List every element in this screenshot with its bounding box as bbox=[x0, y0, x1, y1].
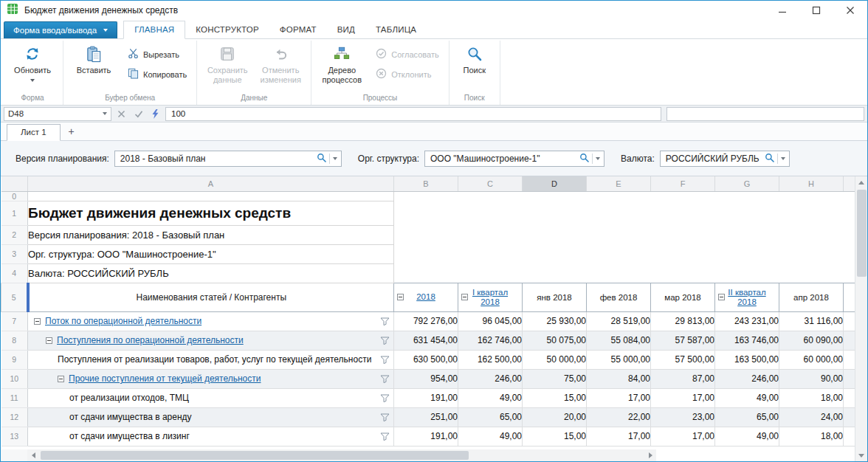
filter-funnel-icon[interactable] bbox=[380, 413, 390, 421]
undo-changes-button[interactable]: Отменить изменения bbox=[254, 41, 307, 89]
period-link[interactable]: 2018 bbox=[416, 292, 435, 302]
column-header-B[interactable]: B bbox=[394, 176, 458, 191]
value-cell-9-B[interactable]: 630 500,00 bbox=[394, 350, 458, 369]
confirm-entry-icon[interactable] bbox=[131, 107, 145, 121]
cell-A3[interactable]: Орг. структура: ООО "Машиностроение-1" bbox=[28, 244, 394, 263]
collapse-icon[interactable] bbox=[397, 294, 404, 300]
value-cell-8-D[interactable]: 50 075,00 bbox=[523, 331, 587, 350]
value-cell-12-E[interactable]: 22,00 bbox=[587, 407, 651, 427]
value-cell-12-G[interactable]: 65,00 bbox=[715, 407, 779, 427]
value-cell-9-F[interactable]: 57 500,00 bbox=[651, 350, 715, 369]
filter-funnel-icon[interactable] bbox=[380, 337, 390, 345]
collapse-icon[interactable] bbox=[58, 376, 64, 382]
filter-funnel-icon[interactable] bbox=[380, 356, 390, 364]
value-cell-10-G[interactable]: 246,00 bbox=[715, 369, 779, 388]
value-cell-7-H[interactable]: 31 116,00 bbox=[779, 311, 844, 331]
select-all-corner[interactable] bbox=[1, 176, 28, 191]
period-header-3[interactable]: фев 2018 bbox=[587, 283, 651, 311]
row-number-1[interactable]: 1 bbox=[1, 201, 28, 225]
add-sheet-button[interactable]: + bbox=[62, 124, 81, 140]
cell-A2[interactable]: Версия планирования: 2018 - Базовый план bbox=[28, 225, 394, 244]
period-header-2[interactable]: янв 2018 bbox=[523, 283, 587, 311]
version-plan-field[interactable]: 2018 - Базовый план bbox=[114, 151, 342, 167]
reject-button[interactable]: Отклонить bbox=[371, 67, 443, 83]
value-cell-12-H[interactable]: 24,00 bbox=[779, 407, 844, 427]
value-cell-11-C[interactable]: 49,00 bbox=[458, 388, 523, 407]
org-structure-field[interactable]: ООО "Машиностроение-1" bbox=[424, 151, 604, 167]
chevron-down-icon[interactable] bbox=[781, 157, 785, 160]
value-cell-10-B[interactable]: 954,00 bbox=[394, 369, 458, 388]
currency-field[interactable]: РОССИЙСКИЙ РУБЛЬ bbox=[660, 151, 790, 167]
process-tree-button[interactable]: Дерево процессов bbox=[315, 41, 368, 89]
value-cell-12-C[interactable]: 65,00 bbox=[458, 407, 523, 427]
row-number-0[interactable]: 0 bbox=[1, 191, 28, 201]
value-cell-9-G[interactable]: 163 500,00 bbox=[715, 350, 779, 369]
column-header-F[interactable]: F bbox=[651, 176, 715, 191]
vertical-scroll-thumb[interactable] bbox=[857, 190, 867, 277]
value-cell-7-F[interactable]: 29 813,00 bbox=[651, 311, 715, 331]
filter-funnel-icon[interactable] bbox=[380, 394, 390, 402]
period-link[interactable]: II квартал 2018 bbox=[724, 288, 770, 307]
cell-name-box[interactable]: D48 bbox=[4, 107, 111, 121]
value-cell-10-H[interactable]: 90,00 bbox=[779, 369, 844, 388]
value-cell-13-C[interactable]: 49,00 bbox=[458, 427, 523, 446]
item-link[interactable]: Прочие поступления от текущей деятельнос… bbox=[69, 373, 261, 384]
value-cell-12-B[interactable]: 251,00 bbox=[394, 407, 458, 427]
value-cell-7-C[interactable]: 96 045,00 bbox=[458, 311, 523, 331]
value-cell-10-D[interactable]: 75,00 bbox=[523, 369, 587, 388]
row-number-8[interactable]: 8 bbox=[1, 331, 28, 350]
column-header-H[interactable]: H bbox=[779, 176, 844, 191]
row-number-3[interactable]: 3 bbox=[1, 244, 28, 263]
collapse-icon[interactable] bbox=[461, 294, 468, 300]
item-link[interactable]: Поступления по операционной деятельности bbox=[57, 335, 244, 345]
value-cell-11-H[interactable]: 18,00 bbox=[779, 388, 844, 407]
value-cell-7-E[interactable]: 28 519,00 bbox=[587, 311, 651, 331]
tab-main[interactable]: ГЛАВНАЯ bbox=[123, 21, 185, 39]
value-cell-7-D[interactable]: 25 930,00 bbox=[523, 311, 587, 331]
collapse-icon[interactable] bbox=[46, 337, 52, 344]
item-cell-13[interactable]: от сдачи имущества в лизинг bbox=[28, 427, 394, 446]
column-header-G[interactable]: G bbox=[715, 176, 779, 191]
filter-funnel-icon[interactable] bbox=[380, 375, 390, 383]
approve-button[interactable]: Согласовать bbox=[371, 47, 443, 63]
row-number-5[interactable]: 5 bbox=[1, 283, 28, 311]
value-cell-13-E[interactable]: 17,00 bbox=[587, 427, 651, 446]
value-cell-10-C[interactable]: 246,00 bbox=[458, 369, 523, 388]
period-header-6[interactable]: апр 2018 bbox=[779, 283, 844, 311]
value-cell-9-E[interactable]: 55 000,00 bbox=[587, 350, 651, 369]
value-cell-13-B[interactable]: 191,00 bbox=[394, 427, 458, 446]
row-number-9[interactable]: 9 bbox=[1, 350, 28, 369]
row-number-4[interactable]: 4 bbox=[1, 263, 28, 283]
collapse-icon[interactable] bbox=[718, 294, 725, 300]
filter-funnel-icon[interactable] bbox=[380, 432, 390, 441]
value-cell-8-G[interactable]: 163 746,00 bbox=[715, 331, 779, 350]
value-cell-8-B[interactable]: 631 454,00 bbox=[394, 331, 458, 350]
row-number-7[interactable]: 7 bbox=[1, 311, 28, 331]
search-icon[interactable] bbox=[765, 153, 774, 165]
value-cell-12-D[interactable]: 20,00 bbox=[523, 407, 587, 427]
io-form-menu-button[interactable]: Форма ввода/вывода bbox=[4, 21, 117, 38]
maximize-button[interactable] bbox=[799, 1, 833, 20]
value-cell-8-E[interactable]: 55 084,00 bbox=[587, 331, 651, 350]
period-header-0[interactable]: 2018 bbox=[394, 283, 458, 311]
filter-funnel-icon[interactable] bbox=[380, 317, 390, 325]
chevron-down-icon[interactable] bbox=[596, 157, 600, 160]
value-cell-7-B[interactable]: 792 276,00 bbox=[394, 311, 458, 331]
formula-input[interactable]: 100 bbox=[165, 107, 661, 121]
value-cell-13-G[interactable]: 49,00 bbox=[715, 427, 779, 446]
tab-format[interactable]: ФОРМАТ bbox=[269, 21, 327, 38]
minimize-button[interactable] bbox=[765, 1, 799, 20]
horizontal-scroll-track[interactable] bbox=[39, 449, 644, 461]
search-icon[interactable] bbox=[579, 153, 589, 165]
cell-A4[interactable]: Валюта: РОССИЙСКИЙ РУБЛЬ bbox=[28, 263, 394, 283]
value-cell-12-F[interactable]: 23,00 bbox=[651, 407, 715, 427]
horizontal-scrollbar[interactable] bbox=[27, 449, 656, 461]
value-cell-11-G[interactable]: 49,00 bbox=[715, 388, 779, 407]
scroll-left-arrow[interactable] bbox=[27, 449, 39, 461]
paste-button[interactable]: Вставить bbox=[67, 41, 120, 89]
vertical-scrollbar[interactable] bbox=[855, 176, 867, 461]
period-header-4[interactable]: мар 2018 bbox=[651, 283, 715, 311]
search-icon[interactable] bbox=[317, 153, 326, 165]
value-cell-10-F[interactable]: 87,00 bbox=[651, 369, 715, 388]
value-cell-13-F[interactable]: 17,00 bbox=[651, 427, 715, 446]
